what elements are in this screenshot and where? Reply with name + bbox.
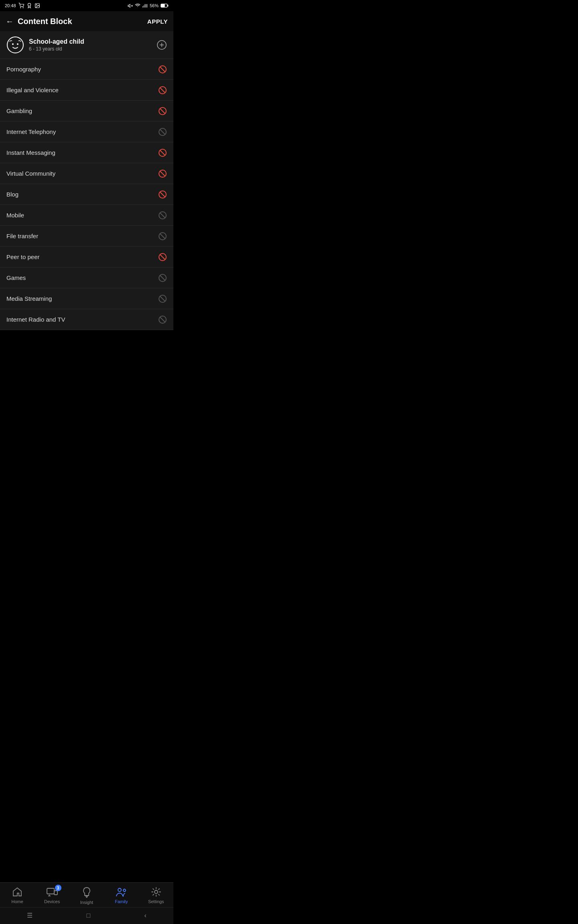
child-avatar-icon <box>6 36 24 54</box>
svg-line-36 <box>160 171 165 176</box>
list-item[interactable]: Illegal and Violence <box>0 80 173 101</box>
list-item-label: Mobile <box>6 212 24 219</box>
svg-line-34 <box>160 150 165 155</box>
list-item-label: Illegal and Violence <box>6 87 59 93</box>
svg-line-50 <box>160 317 165 322</box>
profile-header: School-aged child 6 - 13 years old <box>0 31 173 59</box>
blocked-icon <box>158 86 167 95</box>
svg-line-42 <box>160 234 165 239</box>
status-bar: 20:48 56% <box>0 0 173 11</box>
apply-button[interactable]: APPLY <box>147 18 168 25</box>
profile-info-text: School-aged child 6 - 13 years old <box>29 38 84 52</box>
blocked-icon <box>158 65 167 74</box>
not-blocked-icon <box>158 315 167 324</box>
list-item-label: Pornography <box>6 66 41 73</box>
list-item[interactable]: Blog <box>0 184 173 205</box>
list-item-label: Peer to peer <box>6 253 40 260</box>
svg-line-40 <box>160 213 165 218</box>
svg-marker-5 <box>128 4 130 7</box>
list-item[interactable]: Games <box>0 267 173 288</box>
list-item[interactable]: Internet Telephony <box>0 122 173 142</box>
blocked-icon <box>158 169 167 178</box>
status-left: 20:48 <box>5 3 40 8</box>
list-item[interactable]: File transfer <box>0 226 173 247</box>
list-item-label: Internet Radio and TV <box>6 316 65 323</box>
list-item[interactable]: Media Streaming <box>0 288 173 309</box>
svg-line-30 <box>160 109 165 113</box>
not-blocked-icon <box>158 274 167 282</box>
page-title: Content Block <box>18 17 72 26</box>
svg-line-48 <box>160 296 165 301</box>
list-item[interactable]: Mobile <box>0 205 173 226</box>
not-blocked-icon <box>158 211 167 220</box>
svg-line-32 <box>160 130 165 134</box>
svg-line-44 <box>160 255 165 259</box>
blocked-icon <box>158 107 167 116</box>
wifi-icon <box>135 3 140 8</box>
list-item-label: Games <box>6 274 26 281</box>
svg-point-0 <box>20 8 20 8</box>
svg-point-19 <box>7 37 23 53</box>
svg-point-4 <box>36 4 37 5</box>
svg-line-38 <box>160 192 165 197</box>
list-item-label: Media Streaming <box>6 295 52 302</box>
content-list: Pornography Illegal and Violence Gamblin… <box>0 59 173 330</box>
mute-icon <box>128 3 133 8</box>
list-item[interactable]: Instant Messaging <box>0 142 173 163</box>
svg-line-28 <box>160 88 165 93</box>
svg-line-26 <box>160 67 165 72</box>
cart-icon <box>18 3 24 8</box>
svg-rect-15 <box>161 4 165 7</box>
list-item-label: Virtual Community <box>6 170 55 177</box>
list-item[interactable]: Peer to peer <box>0 247 173 267</box>
profile-name: School-aged child <box>29 38 84 45</box>
blocked-icon <box>158 253 167 261</box>
back-button[interactable]: ← <box>6 17 14 26</box>
not-blocked-icon <box>158 232 167 241</box>
edit-icon[interactable] <box>157 40 167 50</box>
badge-icon <box>26 3 32 8</box>
list-item-label: Internet Telephony <box>6 128 56 135</box>
blocked-icon <box>158 148 167 157</box>
profile-age: 6 - 13 years old <box>29 46 84 52</box>
spacer <box>0 330 173 410</box>
svg-line-46 <box>160 276 165 280</box>
nav-left: ← Content Block <box>6 17 72 26</box>
list-item[interactable]: Gambling <box>0 101 173 122</box>
image-icon <box>35 3 40 8</box>
battery-level: 56% <box>150 3 159 8</box>
battery-icon <box>161 3 169 8</box>
profile-info-left: School-aged child 6 - 13 years old <box>6 36 84 54</box>
svg-point-20 <box>12 43 14 45</box>
svg-point-2 <box>28 3 31 6</box>
blocked-icon <box>158 190 167 199</box>
svg-point-21 <box>17 43 18 45</box>
svg-point-1 <box>23 8 23 8</box>
list-item[interactable]: Internet Radio and TV <box>0 309 173 330</box>
list-item-label: Blog <box>6 191 18 198</box>
list-item[interactable]: Pornography <box>0 59 173 80</box>
signal-icon <box>142 3 148 8</box>
list-item-label: Instant Messaging <box>6 149 55 156</box>
not-blocked-icon <box>158 128 167 136</box>
status-right: 56% <box>128 3 169 8</box>
list-item-label: File transfer <box>6 233 38 239</box>
svg-rect-18 <box>168 5 169 6</box>
not-blocked-icon <box>158 294 167 303</box>
list-item[interactable]: Virtual Community <box>0 163 173 184</box>
top-nav: ← Content Block APPLY <box>0 11 173 31</box>
status-time: 20:48 <box>5 3 16 8</box>
list-item-label: Gambling <box>6 107 32 114</box>
